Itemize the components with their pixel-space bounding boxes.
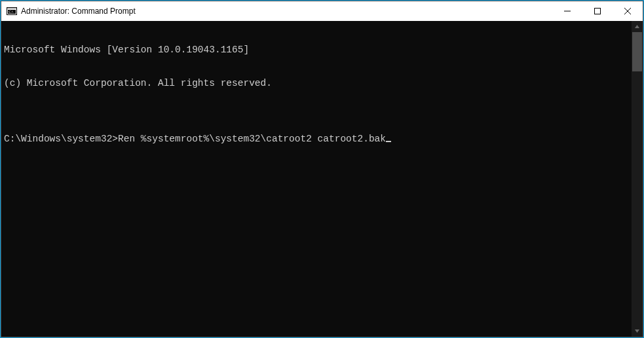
console-line: (c) Microsoft Corporation. All rights re… <box>4 78 629 89</box>
console-output[interactable]: Microsoft Windows [Version 10.0.19043.11… <box>1 21 632 337</box>
minimize-button[interactable] <box>552 1 582 21</box>
svg-marker-10 <box>635 329 639 333</box>
close-button[interactable] <box>613 1 643 21</box>
console-line: Microsoft Windows [Version 10.0.19043.11… <box>4 45 629 56</box>
app-icon: C:\ <box>7 6 17 16</box>
prompt-line: C:\Windows\system32>Ren %systemroot%\sys… <box>4 134 629 145</box>
svg-rect-6 <box>595 9 601 14</box>
scroll-down-button[interactable] <box>632 326 643 337</box>
command-input[interactable]: Ren %systemroot%\system32\catroot2 catro… <box>118 134 386 144</box>
client-area: Microsoft Windows [Version 10.0.19043.11… <box>1 21 643 337</box>
scrollbar-track[interactable] <box>632 32 643 326</box>
text-cursor-icon <box>386 141 391 143</box>
titlebar[interactable]: C:\ Administrator: Command Prompt <box>1 1 643 21</box>
prompt-text: C:\Windows\system32> <box>4 134 118 144</box>
vertical-scrollbar[interactable] <box>632 21 643 337</box>
svg-marker-9 <box>635 25 639 28</box>
window-controls <box>552 1 643 21</box>
svg-text:C:\: C:\ <box>9 10 14 14</box>
scroll-up-button[interactable] <box>632 21 643 32</box>
command-prompt-window: C:\ Administrator: Command Prompt Micros… <box>1 1 643 337</box>
scrollbar-thumb[interactable] <box>632 32 642 71</box>
maximize-button[interactable] <box>582 1 613 21</box>
window-title: Administrator: Command Prompt <box>21 7 136 16</box>
svg-rect-2 <box>7 8 16 9</box>
